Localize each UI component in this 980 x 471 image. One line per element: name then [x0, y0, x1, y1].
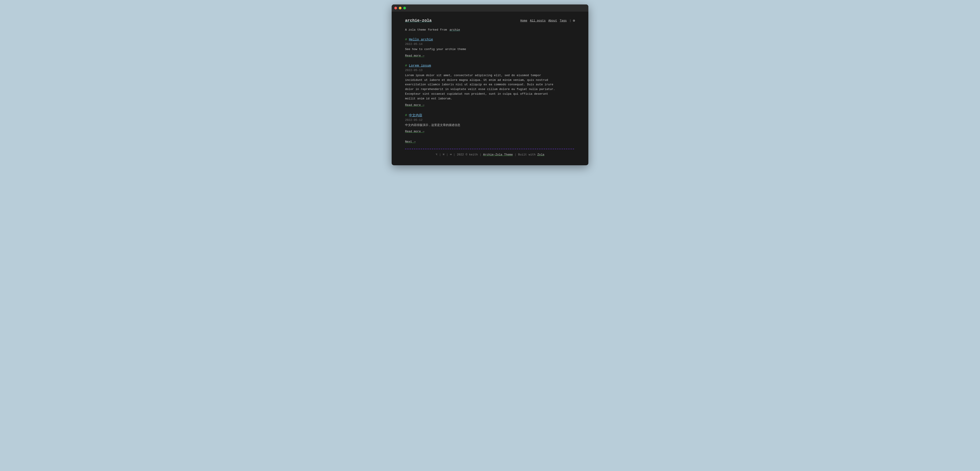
nav-all-posts[interactable]: All posts	[529, 19, 547, 22]
tagline: A zola theme forked from archie	[405, 28, 575, 32]
post-title-lorem-ipsum[interactable]: Lorem ipsum	[409, 64, 431, 68]
post-title-row: # Lorem ipsum	[405, 64, 575, 68]
nav-tags[interactable]: Tags	[559, 19, 568, 22]
maximize-button[interactable]	[403, 7, 406, 10]
footer-sep-4: |	[480, 153, 482, 156]
close-button[interactable]	[395, 7, 397, 10]
post-item: # 中文内容 2022-05-12 中文内容排版演示，这里是文章的描述信息 Re…	[405, 113, 575, 133]
post-hash: #	[405, 38, 407, 41]
post-date: 2022-05-12	[405, 118, 575, 122]
read-more-lorem-ipsum[interactable]: Read more →	[405, 103, 424, 107]
nav-separator: |	[570, 19, 571, 22]
post-date: 2022-05-13	[405, 68, 575, 72]
footer-theme-link[interactable]: Archie-Zola Theme	[483, 153, 513, 156]
read-more-chinese[interactable]: Read more →	[405, 130, 424, 133]
post-date: 2022-05-14	[405, 43, 575, 46]
footer-divider	[405, 149, 575, 149]
twitter-icon[interactable]: ⌘	[443, 153, 445, 156]
footer-built-with: Built with	[518, 153, 536, 156]
post-item: # Lorem ipsum 2022-05-13 Lorem ipsum dol…	[405, 64, 575, 107]
post-title-row: # Hello archie	[405, 38, 575, 41]
navigation: Home All posts About Tags | ⚙	[519, 19, 575, 23]
footer: ⌥ | ⌘ | ⌫ | 2022 © keith | Archie-Zola T…	[405, 153, 575, 156]
post-excerpt: See how to config your archie theme	[405, 47, 557, 52]
footer-sep-5: |	[515, 153, 516, 156]
page-content: archie-zola Home All posts About Tags | …	[391, 12, 589, 165]
page-header: archie-zola Home All posts About Tags | …	[405, 18, 575, 23]
footer-sep-3: |	[453, 153, 455, 156]
post-title-chinese[interactable]: 中文内容	[409, 113, 422, 117]
nav-about[interactable]: About	[547, 19, 558, 22]
tagline-archie-link[interactable]: archie	[449, 28, 461, 32]
next-page-link[interactable]: Next →	[405, 140, 415, 143]
post-hash: #	[405, 64, 407, 68]
browser-window: archie-zola Home All posts About Tags | …	[391, 5, 589, 165]
footer-sep-2: |	[446, 153, 448, 156]
footer-copyright: 2022 © keith	[457, 153, 478, 156]
tagline-text: A zola theme forked from	[405, 28, 449, 32]
email-icon[interactable]: ⌫	[450, 153, 452, 156]
post-title-hello-archie[interactable]: Hello archie	[409, 38, 433, 41]
post-excerpt: Lorem ipsum dolor sit amet, consectetur …	[405, 73, 557, 101]
post-hash: #	[405, 113, 407, 117]
post-title-row: # 中文内容	[405, 113, 575, 117]
footer-sep-1: |	[439, 153, 441, 156]
post-item: # Hello archie 2022-05-14 See how to con…	[405, 38, 575, 58]
footer-zola-link[interactable]: Zola	[538, 153, 544, 156]
titlebar	[391, 5, 589, 12]
minimize-button[interactable]	[399, 7, 401, 10]
read-more-hello-archie[interactable]: Read more →	[405, 54, 424, 57]
settings-icon[interactable]: ⚙	[573, 19, 575, 23]
post-excerpt: 中文内容排版演示，这里是文章的描述信息	[405, 123, 557, 128]
nav-home[interactable]: Home	[519, 19, 528, 22]
github-icon[interactable]: ⌥	[436, 153, 438, 156]
site-title[interactable]: archie-zola	[405, 18, 432, 23]
